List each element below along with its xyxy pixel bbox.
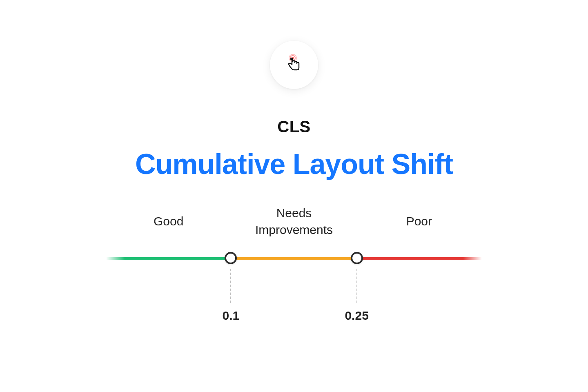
segment-label-good: Good [154,213,183,230]
threshold-value-1: 0.1 [223,309,240,323]
threshold-scale: Good Needs Improvements Poor 0.1 0.25 [106,257,482,260]
threshold-handle-2 [351,252,363,264]
touch-tap-icon [284,54,304,76]
metric-title: Cumulative Layout Shift [135,148,453,180]
threshold-dash-1 [230,269,231,303]
metric-icon-badge [270,41,318,89]
threshold-dash-2 [356,269,357,303]
segment-label-poor: Poor [406,213,432,230]
segment-label-mid: Needs Improvements [255,205,333,238]
segment-poor [357,257,482,260]
diagram-stage: CLS Cumulative Layout Shift Good Needs I… [0,0,588,392]
threshold-handle-1 [225,252,237,264]
metric-abbr: CLS [277,118,311,136]
segment-mid [231,257,356,260]
segment-good [106,257,231,260]
threshold-value-2: 0.25 [345,309,368,323]
